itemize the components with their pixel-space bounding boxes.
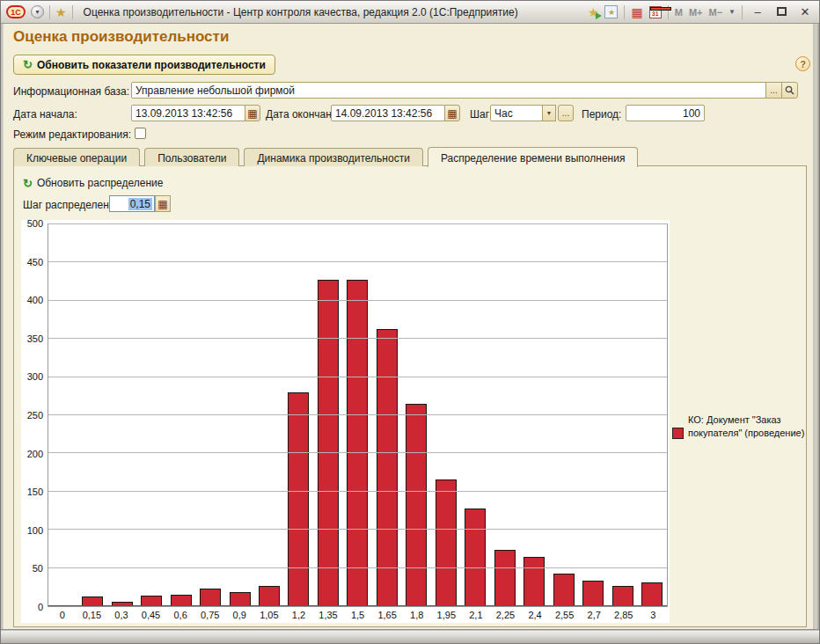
period-label: Период: (582, 108, 621, 121)
memory-m-minus-button[interactable]: М− (708, 7, 722, 18)
bar-chart: 050100150200250300350400450500 00,150,30… (21, 220, 670, 623)
y-tick-label: 500 (27, 218, 43, 229)
bar-slot (48, 224, 77, 606)
x-tick-label: 0,6 (165, 610, 195, 620)
help-button[interactable]: ? (795, 56, 810, 71)
memory-m-plus-button[interactable]: М+ (689, 7, 703, 18)
bar-slot (166, 224, 195, 606)
x-tick-label: 2,55 (550, 610, 580, 620)
bar (436, 479, 457, 606)
bar-slot (254, 224, 283, 606)
infobase-search-button[interactable] (781, 82, 798, 99)
close-button[interactable]: ✕ (796, 5, 814, 18)
y-tick-label: 400 (27, 295, 43, 305)
main-menu-chevron-icon[interactable]: ▼ (31, 5, 44, 18)
add-favorite-icon[interactable]: ★ (588, 6, 599, 18)
maximize-button[interactable] (772, 5, 790, 18)
legend-swatch (672, 428, 684, 439)
bar (553, 574, 575, 606)
open-favorites-icon[interactable]: ★ (604, 5, 618, 18)
bar (494, 550, 516, 606)
bar-slot (637, 224, 666, 606)
dist-step-value: 0,15 (128, 198, 152, 210)
y-tick-label: 50 (33, 563, 43, 574)
bar (230, 592, 251, 606)
x-tick-label: 3 (639, 610, 669, 620)
toolbar-overflow-chevron-icon[interactable]: ▼ (728, 8, 736, 16)
bar (171, 595, 192, 606)
bar-slot (402, 224, 431, 606)
step-more-button[interactable]: ... (558, 105, 574, 121)
page-title: Оценка производительности (13, 28, 229, 46)
bar (200, 589, 221, 606)
x-axis-labels: 00,150,30,450,60,750,91,051,21,351,51,65… (48, 610, 668, 620)
bar (112, 602, 133, 606)
bar-slot (608, 224, 637, 606)
y-axis-labels: 050100150200250300350400450500 (21, 223, 45, 607)
bar (582, 581, 604, 606)
minimize-button[interactable]: – (749, 5, 766, 18)
separator (72, 5, 73, 19)
y-tick-label: 150 (27, 487, 43, 497)
date-start-input[interactable]: 13.09.2013 13:42:56 (131, 105, 245, 121)
bar-slot (225, 224, 254, 606)
separator (742, 5, 743, 19)
infobase-input[interactable]: Управление небольшой фирмой (131, 82, 766, 99)
window-border-right[interactable] (813, 24, 819, 629)
dist-step-calc-button[interactable]: ▦ (155, 195, 171, 212)
bar-slot (77, 224, 106, 606)
window-border-bottom[interactable] (1, 629, 819, 643)
date-end-input[interactable]: 14.09.2013 13:42:56 (331, 105, 445, 121)
x-tick-label: 0 (48, 610, 77, 620)
bar (259, 586, 280, 606)
y-tick-label: 100 (27, 525, 43, 536)
x-tick-label: 1,65 (372, 610, 402, 620)
calendar-grid-icon: ▦ (447, 108, 457, 119)
edit-mode-label: Режим редактирования: (13, 128, 131, 141)
edit-mode-checkbox[interactable] (135, 128, 146, 139)
memory-m-button[interactable]: М (675, 7, 683, 18)
bar-slot (107, 224, 136, 606)
refresh-performance-button[interactable]: ↻ Обновить показатели производительности (13, 55, 275, 75)
infobase-select-button[interactable]: ... (765, 82, 782, 99)
period-input[interactable]: 100 (626, 105, 705, 121)
favorites-star-icon[interactable]: ★ (55, 6, 67, 18)
y-tick-label: 450 (27, 257, 43, 267)
date-end-calendar-button[interactable]: ▦ (444, 105, 460, 121)
tab-0[interactable]: Ключевые операции (13, 148, 140, 166)
bar-slot (372, 224, 401, 606)
refresh-distribution-link[interactable]: ↻ Обновить распределение (23, 177, 163, 189)
x-tick-label: 2,85 (609, 610, 639, 620)
bar-slot (520, 224, 549, 606)
x-tick-label: 1,5 (343, 610, 373, 620)
calendar-icon[interactable]: 31 (649, 6, 662, 18)
tab-bar: Ключевые операцииПользователиДинамика пр… (13, 146, 638, 166)
chevron-down-icon: ▼ (546, 110, 553, 116)
tab-3[interactable]: Распределение времени выполнения (428, 147, 639, 167)
bar-slot (313, 224, 342, 606)
tab-panel: ↻ Обновить распределение Шаг распределен… (13, 165, 807, 627)
calculator-grid-icon: ▦ (157, 199, 167, 209)
bar-slot (195, 224, 224, 606)
tab-1[interactable]: Пользователи (144, 148, 239, 166)
bar (641, 582, 663, 606)
bar (318, 280, 339, 607)
bar-slot (431, 224, 460, 606)
x-tick-label: 1,05 (254, 610, 284, 620)
dist-step-input[interactable]: 0,15 (109, 195, 155, 212)
x-tick-label: 0,15 (77, 610, 107, 620)
x-tick-label: 1,95 (432, 610, 462, 620)
calculator-icon[interactable]: ▦ (631, 6, 642, 18)
title-bar: 1С ▼ ★ Оценка производительности - Центр… (1, 1, 819, 24)
tab-2[interactable]: Динамика производительности (244, 148, 422, 166)
1c-logo-icon: 1С (6, 5, 26, 18)
bar (612, 586, 633, 606)
magnifier-icon (785, 85, 794, 95)
step-dropdown-button[interactable]: ▼ (542, 105, 556, 121)
date-start-calendar-button[interactable]: ▦ (245, 105, 260, 121)
legend-label: КО: Документ "Заказ покупателя" (проведе… (688, 413, 806, 440)
bar (377, 329, 398, 606)
refresh-icon: ↻ (23, 59, 33, 70)
step-select[interactable]: Час (490, 105, 543, 121)
separator (49, 5, 50, 19)
